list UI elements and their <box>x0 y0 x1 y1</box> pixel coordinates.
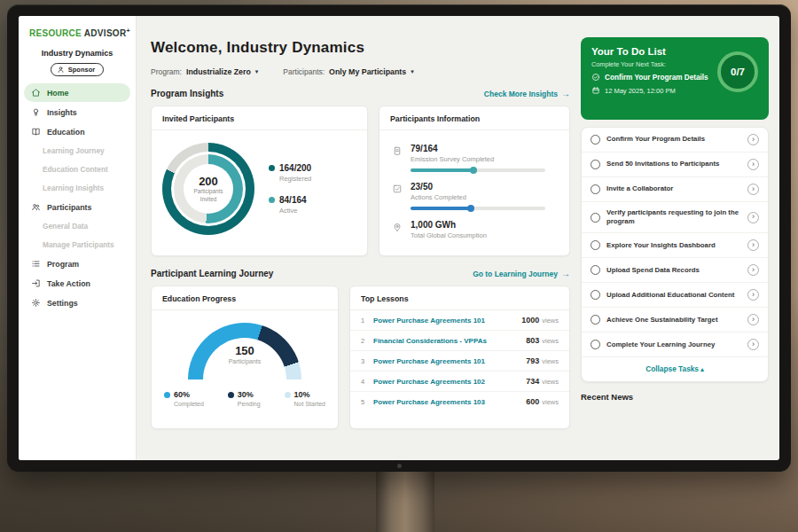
gear-icon <box>31 298 41 308</box>
sidebar-item-take-action[interactable]: Take Action <box>19 274 136 293</box>
monitor-stand <box>376 471 434 532</box>
task-item-upload-educational-content[interactable]: Upload Additional Educational Content › <box>582 283 768 308</box>
task-item-complete-learning-journey[interactable]: Complete Your Learning Journey › <box>582 332 768 357</box>
task-checkbox[interactable] <box>591 160 600 169</box>
task-checkbox[interactable] <box>591 184 600 194</box>
task-checkbox[interactable] <box>591 135 600 145</box>
info-label: Emission Survey Completed <box>411 155 545 163</box>
lesson-row[interactable]: 2 Financial Considerations - VPPAs 803 v… <box>350 331 569 351</box>
sidebar-item-insights[interactable]: Insights <box>19 103 136 121</box>
sidebar-item-label: Manage Participants <box>43 240 114 249</box>
lesson-link[interactable]: Power Purchase Agreements 101 <box>373 357 526 365</box>
arrow-right-icon: → <box>561 269 570 278</box>
learning-journey-cards: Education Progress 150 Participants 60% … <box>151 286 570 429</box>
lesson-row[interactable]: 1 Power Purchase Agreements 101 1000 vie… <box>350 310 569 331</box>
sidebar-item-education-content[interactable]: Education Content <box>19 160 136 178</box>
task-item-confirm-program[interactable]: Confirm Your Program Details › <box>582 128 768 153</box>
task-item-send-invitations[interactable]: Send 50 Invitations to Participants › <box>582 153 768 177</box>
logo-advisor: ADVISOR <box>84 28 127 38</box>
task-checkbox[interactable] <box>591 265 600 275</box>
sidebar-item-general-data[interactable]: General Data <box>19 217 136 235</box>
clipboard-icon <box>392 145 403 156</box>
gauge-center-label: Participants <box>188 358 301 364</box>
legend-dot-pending <box>228 392 234 398</box>
lesson-link[interactable]: Power Purchase Agreements 102 <box>373 378 526 386</box>
list-icon <box>31 259 41 269</box>
sidebar-item-settings[interactable]: Settings <box>19 293 136 312</box>
sidebar-item-label: Education <box>47 128 85 137</box>
program-filter[interactable]: Program: Industrialize Zero ▾ <box>151 67 258 76</box>
task-item-explore-insights[interactable]: Explore Your Insights Dashboard › <box>582 233 768 258</box>
task-checkbox[interactable] <box>591 340 600 349</box>
sidebar-item-label: Learning Journey <box>43 146 105 155</box>
chevron-right-icon[interactable]: › <box>747 159 759 170</box>
info-row-actions: 23/50 Actions Completed <box>392 182 557 210</box>
progress-bar-actions <box>411 207 545 210</box>
check-more-insights-link[interactable]: Check More Insights → <box>484 89 570 98</box>
participants-filter[interactable]: Participants: Only My Participants ▾ <box>283 67 413 76</box>
gauge-legend: 60% Completed 30% Pending 10% Not Starte… <box>152 379 338 407</box>
lesson-row[interactable]: 4 Power Purchase Agreements 102 734 view… <box>350 372 569 392</box>
collapse-tasks-link[interactable]: Collapse Tasks ▴ <box>582 357 768 381</box>
legend-pending: 30% Pending <box>228 390 261 407</box>
learning-journey-header: Participant Learning Journey Go to Learn… <box>151 269 570 278</box>
task-item-achieve-target[interactable]: Achieve One Sustainability Target › <box>582 308 768 332</box>
legend-completed: 60% Completed <box>164 390 204 407</box>
sidebar-item-learning-journey[interactable]: Learning Journey <box>19 142 136 160</box>
sidebar-item-manage-participants[interactable]: Manage Participants <box>19 236 136 254</box>
chevron-right-icon[interactable]: › <box>747 134 759 145</box>
todo-panel: Your To Do List Complete Your Next Task:… <box>581 16 779 460</box>
chevron-right-icon[interactable]: › <box>747 184 759 195</box>
app-logo: RESOURCE ADVISOR+ <box>19 27 136 38</box>
people-icon <box>31 202 41 212</box>
participants-information-card: Participants Information 79/164 Emission… <box>379 106 570 256</box>
chevron-right-icon[interactable]: › <box>747 339 759 350</box>
task-checkbox[interactable] <box>591 213 600 223</box>
sidebar-item-education[interactable]: Education <box>19 122 136 141</box>
task-label: Verify participants requesting to join t… <box>606 208 741 226</box>
sidebar-item-label: General Data <box>43 222 88 231</box>
sidebar-item-label: Home <box>47 89 68 98</box>
lesson-row[interactable]: 5 Power Purchase Agreements 103 600 view… <box>350 392 569 411</box>
chevron-right-icon[interactable]: › <box>747 289 759 301</box>
task-item-invite-collaborator[interactable]: Invite a Collaborator › <box>582 177 768 202</box>
section-title-program-insights: Program Insights <box>151 89 223 98</box>
chevron-right-icon[interactable]: › <box>747 264 759 276</box>
lesson-link[interactable]: Power Purchase Agreements 101 <box>373 317 521 325</box>
lesson-row[interactable]: 3 Power Purchase Agreements 101 793 view… <box>350 351 569 372</box>
task-label: Send 50 Invitations to Participants <box>606 160 741 168</box>
task-item-upload-spend-data[interactable]: Upload Spend Data Records › <box>582 258 768 283</box>
task-checkbox[interactable] <box>591 240 600 250</box>
chevron-right-icon[interactable]: › <box>747 314 759 325</box>
lesson-link[interactable]: Financial Considerations - VPPAs <box>373 337 526 345</box>
sidebar-item-home[interactable]: Home <box>24 83 130 102</box>
info-label: Actions Completed <box>411 193 545 201</box>
task-item-verify-participants[interactable]: Verify participants requesting to join t… <box>582 202 768 233</box>
sidebar-item-label: Education Content <box>43 165 108 174</box>
chevron-right-icon[interactable]: › <box>747 239 759 251</box>
legend-active: 84/164 Active <box>269 195 311 215</box>
participants-filter-value: Only My Participants <box>329 67 406 76</box>
task-label: Confirm Your Program Details <box>606 135 741 144</box>
sidebar-item-label: Program <box>47 260 79 269</box>
top-lessons-card: Top Lessons 1 Power Purchase Agreements … <box>349 286 570 429</box>
info-row-emission-survey: 79/164 Emission Survey Completed <box>392 144 557 172</box>
todo-summary-card: Your To Do List Complete Your Next Task:… <box>581 37 769 120</box>
lesson-link[interactable]: Power Purchase Agreements 103 <box>373 398 526 406</box>
task-label: Upload Additional Educational Content <box>606 291 741 300</box>
sidebar-item-program[interactable]: Program <box>19 254 136 273</box>
calendar-icon <box>591 86 600 95</box>
sidebar-item-label: Learning Insights <box>43 184 104 192</box>
card-title: Invited Participants <box>152 106 367 130</box>
task-checkbox[interactable] <box>591 290 600 300</box>
chevron-right-icon[interactable]: › <box>747 212 759 223</box>
sidebar-item-participants[interactable]: Participants <box>19 198 136 216</box>
sidebar-item-label: Insights <box>47 108 77 117</box>
go-to-learning-journey-link[interactable]: Go to Learning Journey → <box>473 269 570 278</box>
donut-center-label: Participants Invited <box>189 188 228 203</box>
checklist-icon <box>392 184 403 194</box>
book-icon <box>31 127 41 137</box>
task-checkbox[interactable] <box>591 315 600 325</box>
task-label: Upload Spend Data Records <box>606 266 741 275</box>
sidebar-item-learning-insights[interactable]: Learning Insights <box>19 179 136 197</box>
